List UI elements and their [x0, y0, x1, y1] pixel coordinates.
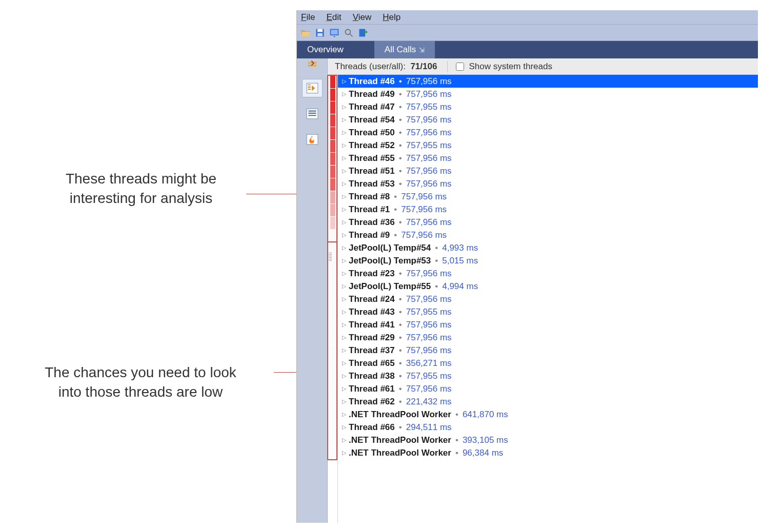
- thread-row[interactable]: ▷ Thread #52•757,955 ms: [338, 139, 758, 152]
- heat-cell: [330, 396, 335, 408]
- menu-edit[interactable]: Edit: [326, 12, 341, 23]
- thread-row[interactable]: ▷ JetPool(L) Temp#55•4,994 ms: [338, 280, 758, 293]
- snapshot-icon[interactable]: [329, 27, 340, 38]
- separator-dot: •: [399, 384, 402, 394]
- open-icon[interactable]: [300, 27, 311, 38]
- thread-row[interactable]: ▷ Thread #24•757,956 ms: [338, 293, 758, 305]
- thread-row[interactable]: ▷ Thread #36•757,956 ms: [338, 216, 758, 229]
- expand-icon[interactable]: ▷: [342, 219, 349, 226]
- thread-row[interactable]: ▷ Thread #53•757,956 ms: [338, 177, 758, 190]
- heat-column: [328, 75, 338, 523]
- thread-row[interactable]: ▷ Thread #29•757,956 ms: [338, 331, 758, 344]
- expand-icon[interactable]: ▷: [342, 180, 349, 187]
- expand-icon[interactable]: ▷: [342, 116, 349, 123]
- expand-icon[interactable]: ▷: [342, 244, 349, 251]
- sidebar-view-list[interactable]: [302, 105, 323, 123]
- thread-row[interactable]: ▷ Thread #1•757,956 ms: [338, 203, 758, 216]
- thread-time: 757,956 ms: [406, 128, 452, 138]
- save-icon[interactable]: [314, 27, 326, 38]
- expand-icon[interactable]: ▷: [342, 347, 349, 354]
- thread-row[interactable]: ▷ Thread #61•757,956 ms: [338, 382, 758, 395]
- expand-icon[interactable]: ▷: [342, 257, 349, 264]
- expand-icon[interactable]: ▷: [342, 283, 349, 290]
- expand-icon[interactable]: ▷: [342, 129, 349, 136]
- tab-all-calls[interactable]: All Calls ⇲: [374, 41, 435, 58]
- thread-row[interactable]: ▷ Thread #37•757,956 ms: [338, 344, 758, 357]
- thread-row[interactable]: ▷ Thread #55•757,956 ms: [338, 152, 758, 165]
- thread-name: Thread #43: [349, 307, 395, 317]
- thread-time: 757,955 ms: [406, 307, 452, 317]
- thread-time: 757,956 ms: [406, 166, 452, 176]
- thread-time: 757,956 ms: [406, 115, 452, 125]
- thread-row[interactable]: ▷ Thread #9•757,956 ms: [338, 229, 758, 241]
- export-icon[interactable]: [357, 27, 369, 38]
- expand-icon[interactable]: ▷: [342, 78, 349, 85]
- expand-icon[interactable]: ▷: [342, 232, 349, 238]
- thread-time: 757,956 ms: [401, 230, 447, 240]
- heat-cell: [330, 230, 335, 242]
- thread-row[interactable]: ▷ .NET ThreadPool Worker•393,105 ms: [338, 434, 758, 446]
- separator-dot: •: [399, 102, 402, 112]
- thread-row[interactable]: ▷ Thread #51•757,956 ms: [338, 165, 758, 177]
- sidebar-view-hot[interactable]: [302, 130, 323, 149]
- expand-icon[interactable]: ▷: [342, 437, 349, 443]
- expand-icon[interactable]: ▷: [342, 424, 349, 431]
- expand-icon[interactable]: ▷: [342, 168, 349, 174]
- thread-row[interactable]: ▷ Thread #8•757,956 ms: [338, 190, 758, 203]
- menu-file[interactable]: File: [301, 12, 315, 23]
- thread-row[interactable]: ▷ Thread #38•757,955 ms: [338, 370, 758, 382]
- thread-row[interactable]: ▷ Thread #23•757,956 ms: [338, 267, 758, 280]
- thread-row[interactable]: ▷ JetPool(L) Temp#53•5,015 ms: [338, 254, 758, 267]
- separator-dot: •: [399, 128, 402, 138]
- thread-row[interactable]: ▷ Thread #41•757,956 ms: [338, 318, 758, 331]
- sidebar-view-tree[interactable]: [302, 79, 323, 97]
- expand-icon[interactable]: ▷: [342, 334, 349, 341]
- menu-help[interactable]: Help: [383, 12, 400, 23]
- show-system-threads-input[interactable]: [456, 63, 464, 71]
- thread-row[interactable]: ▷ .NET ThreadPool Worker•641,870 ms: [338, 408, 758, 421]
- thread-row[interactable]: ▷ Thread #62•221,432 ms: [338, 395, 758, 408]
- expand-icon[interactable]: ▷: [342, 193, 349, 200]
- expand-icon[interactable]: ▷: [342, 270, 349, 277]
- separator-dot: •: [455, 410, 458, 420]
- thread-time: 96,384 ms: [463, 448, 503, 458]
- expand-icon[interactable]: ▷: [342, 296, 349, 302]
- expand-icon[interactable]: ▷: [342, 373, 349, 379]
- thread-row[interactable]: ▷ Thread #50•757,956 ms: [338, 126, 758, 139]
- thread-time: 393,105 ms: [463, 435, 508, 445]
- tab-overview[interactable]: Overview: [297, 41, 354, 58]
- thread-row[interactable]: ▷ Thread #54•757,956 ms: [338, 113, 758, 126]
- thread-row[interactable]: ▷ JetPool(L) Temp#54•4,993 ms: [338, 241, 758, 254]
- thread-row[interactable]: ▷ .NET ThreadPool Worker•96,384 ms: [338, 446, 758, 459]
- thread-name: JetPool(L) Temp#53: [349, 256, 431, 266]
- expand-icon[interactable]: ▷: [342, 398, 349, 405]
- expand-icon[interactable]: ▷: [342, 91, 349, 97]
- thread-row[interactable]: ▷ Thread #65•356,271 ms: [338, 357, 758, 370]
- heat-cell: [330, 332, 335, 344]
- thread-time: 757,956 ms: [406, 153, 452, 163]
- expand-icon[interactable]: ▷: [342, 321, 349, 328]
- separator-dot: •: [399, 89, 402, 99]
- heat-cell: [330, 422, 335, 434]
- expand-icon[interactable]: ▷: [342, 155, 349, 161]
- show-system-threads-checkbox[interactable]: Show system threads: [454, 61, 552, 72]
- search-icon[interactable]: [343, 27, 354, 38]
- thread-list[interactable]: ▷ Thread #46•757,956 ms▷ Thread #49•757,…: [338, 75, 758, 523]
- expand-icon[interactable]: ▷: [342, 449, 349, 456]
- expand-icon[interactable]: ▷: [342, 104, 349, 110]
- thread-row[interactable]: ▷ Thread #47•757,955 ms: [338, 100, 758, 113]
- expand-icon[interactable]: ▷: [342, 309, 349, 315]
- thread-row[interactable]: ▷ Thread #46•757,956 ms: [338, 75, 758, 88]
- expand-icon[interactable]: ▷: [342, 360, 349, 366]
- expand-icon[interactable]: ▷: [342, 206, 349, 213]
- expand-icon[interactable]: ▷: [342, 142, 349, 149]
- separator-dot: •: [399, 166, 402, 176]
- thread-row[interactable]: ▷ Thread #49•757,956 ms: [338, 88, 758, 100]
- thread-row[interactable]: ▷ Thread #66•294,511 ms: [338, 421, 758, 434]
- thread-row[interactable]: ▷ Thread #43•757,955 ms: [338, 305, 758, 318]
- menu-view[interactable]: View: [353, 12, 372, 23]
- scroll-grip[interactable]: [328, 251, 333, 263]
- expand-icon[interactable]: ▷: [342, 385, 349, 392]
- heat-cell: [330, 447, 335, 460]
- expand-icon[interactable]: ▷: [342, 411, 349, 418]
